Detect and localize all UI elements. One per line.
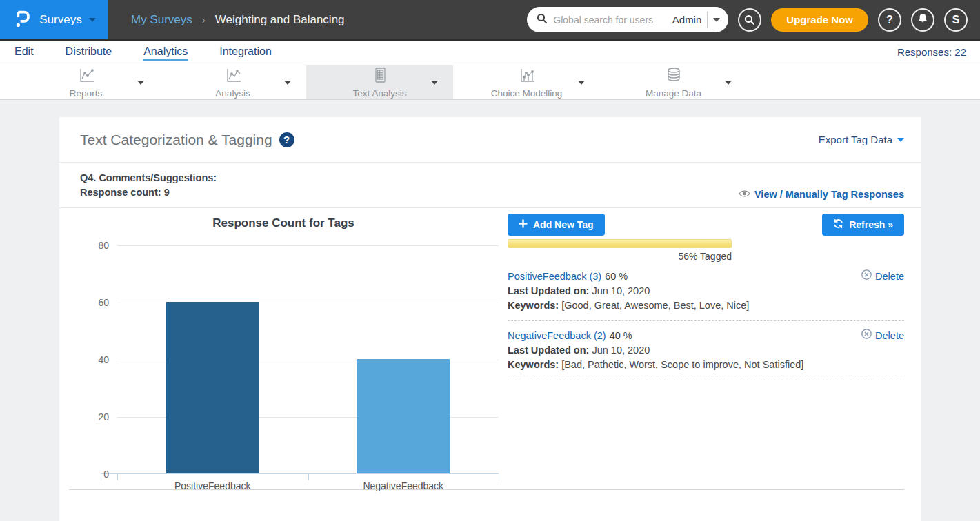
nav-analytics[interactable]: Analytics (143, 44, 188, 61)
tab-text-analysis[interactable]: Text Analysis (306, 65, 453, 99)
nav-integration[interactable]: Integration (219, 44, 272, 61)
refresh-label: Refresh » (849, 219, 893, 230)
breadcrumb-separator: › (202, 14, 206, 25)
keywords-value: [Bad, Pathetic, Worst, Scope to improve,… (561, 359, 803, 370)
breadcrumb: My Surveys › Weighting and Balancing (131, 13, 345, 27)
question-header: Q4. Comments/Suggestions: Response count… (59, 163, 921, 208)
add-new-tag-button[interactable]: Add New Tag (508, 214, 605, 236)
updated-value: Jun 10, 2020 (592, 345, 650, 356)
tag-name-link[interactable]: NegativeFeedback (2) (508, 329, 606, 343)
divider (508, 320, 904, 321)
tab-label: Analysis (215, 88, 250, 99)
card-header: Text Categorization & Tagging ? Export T… (59, 117, 921, 163)
topbar-actions: Admin Upgrade Now ? S (527, 7, 980, 32)
divider (707, 12, 708, 28)
notifications-button[interactable] (911, 8, 934, 32)
analysis-chart-icon (224, 66, 242, 87)
search-button[interactable] (738, 8, 761, 32)
y-axis-tick: 0 (81, 469, 109, 480)
plus-icon (519, 219, 528, 230)
view-manually-tag-link[interactable]: View / Manually Tag Responses (739, 189, 904, 200)
app-menu[interactable]: Surveys (0, 0, 108, 39)
export-label: Export Tag Data (819, 134, 892, 145)
tab-label: Text Analysis (352, 88, 406, 99)
x-axis-tick (499, 474, 499, 480)
tab-analysis[interactable]: Analysis (159, 65, 306, 99)
search-scope-caret-icon[interactable] (713, 18, 720, 22)
line-chart-icon (77, 66, 95, 87)
text-document-icon (371, 66, 389, 87)
tab-choice-modelling[interactable]: Choice Modelling (453, 65, 600, 99)
tab-reports[interactable]: Reports (12, 65, 159, 99)
delete-tag-button[interactable]: Delete (861, 269, 904, 284)
add-tag-label: Add New Tag (533, 219, 594, 230)
tag-name-link[interactable]: PositiveFeedback (3) (508, 269, 601, 284)
chevron-down-icon[interactable] (137, 81, 144, 85)
divider (508, 380, 904, 380)
refresh-button[interactable]: Refresh » (822, 214, 904, 236)
export-tag-data-dropdown[interactable]: Export Tag Data (819, 134, 904, 145)
tag-entry: PositiveFeedback (3) 60 % Delete (508, 269, 904, 313)
avatar-initial: S (952, 14, 960, 26)
search-input[interactable] (553, 14, 666, 25)
delete-label: Delete (875, 329, 904, 343)
chevron-down-icon (89, 18, 96, 22)
search-scope-selector[interactable]: Admin (672, 14, 702, 25)
database-icon (665, 66, 683, 87)
question-mark-icon: ? (886, 14, 893, 26)
page-title: Text Categorization & Tagging (80, 132, 272, 148)
refresh-icon (833, 218, 843, 231)
brand-logo-icon (12, 8, 32, 32)
search-icon (537, 13, 548, 27)
tagged-progress: 56% Tagged (508, 239, 732, 262)
tab-label: Choice Modelling (491, 88, 563, 99)
tab-label: Manage Data (646, 88, 701, 99)
nav-distribute[interactable]: Distribute (65, 44, 113, 61)
y-axis-tick: 40 (81, 354, 109, 365)
avatar[interactable]: S (944, 8, 968, 32)
page-body: Text Categorization & Tagging ? Export T… (0, 100, 980, 521)
x-axis-tick (117, 474, 118, 480)
response-count: Response count: 9 (80, 185, 217, 200)
survey-nav: Edit Distribute Analytics Integration Re… (0, 39, 980, 65)
chevron-down-icon (897, 138, 904, 142)
circle-x-icon (861, 329, 872, 343)
tagged-progress-bar (508, 239, 732, 248)
tag-entry: NegativeFeedback (2) 40 % Delete (508, 329, 904, 372)
tab-label: Reports (70, 88, 102, 99)
chevron-down-icon[interactable] (725, 81, 732, 85)
x-axis-tick (101, 474, 101, 480)
title-help-icon[interactable]: ? (279, 132, 294, 147)
y-axis-tick: 20 (81, 411, 109, 422)
circle-x-icon (861, 269, 872, 284)
chevron-down-icon[interactable] (431, 81, 438, 85)
x-axis-label: PositiveFeedback (117, 480, 308, 491)
chevron-down-icon[interactable] (578, 81, 585, 85)
chart-title: Response Count for Tags (59, 216, 508, 232)
bar-NegativeFeedback[interactable] (357, 359, 450, 473)
global-search: Admin (527, 7, 728, 32)
tags-panel: Add New Tag Refresh » (508, 208, 921, 474)
keywords-value: [Good, Great, Awesome, Best, Love, Nice] (561, 300, 749, 311)
updated-label: Last Updated on: (508, 345, 589, 356)
help-button[interactable]: ? (878, 8, 901, 32)
breadcrumb-my-surveys[interactable]: My Surveys (131, 13, 192, 27)
tab-manage-data[interactable]: Manage Data (600, 65, 747, 99)
chevron-down-icon[interactable] (284, 81, 291, 85)
bar-PositiveFeedback[interactable] (166, 302, 259, 473)
eye-icon (739, 189, 750, 200)
nav-edit[interactable]: Edit (14, 44, 34, 61)
delete-label: Delete (875, 269, 904, 284)
app-menu-label: Surveys (39, 13, 81, 27)
chart-plot-area: 020406080PositiveFeedbackNegativeFeedbac… (117, 245, 499, 474)
top-bar: Surveys My Surveys › Weighting and Balan… (0, 0, 980, 39)
view-link-label: View / Manually Tag Responses (754, 189, 904, 200)
delete-tag-button[interactable]: Delete (861, 329, 904, 343)
updated-value: Jun 10, 2020 (592, 285, 650, 296)
responses-count: Responses: 22 (897, 46, 966, 58)
upgrade-now-button[interactable]: Upgrade Now (771, 8, 868, 32)
gridline (117, 245, 499, 246)
bell-icon (917, 13, 928, 27)
x-axis-label: NegativeFeedback (308, 480, 499, 491)
tag-percent: 60 % (605, 269, 628, 284)
